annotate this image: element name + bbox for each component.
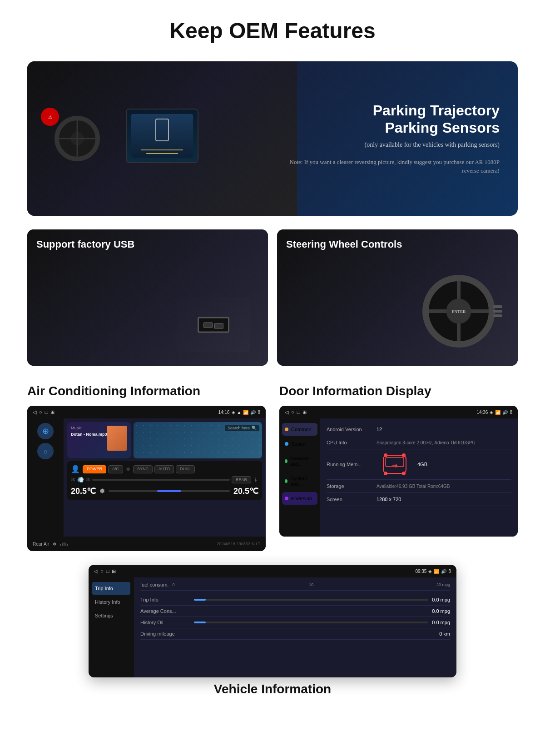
door-main: Android Version 12 CPU Info Snapdragon 8… (320, 418, 518, 537)
door-running-mem: Running Mem... (327, 449, 511, 480)
ac-content: ⊕ ⌂ Music Dotan - Noma.mp3 (27, 418, 266, 537)
door-cpu-info: CPU Info Snapdragon 8-core 2.0GHz, Adren… (327, 436, 511, 449)
door-storage: Storage Available:46.93 GB Total Rom:64G… (327, 480, 511, 493)
svg-rect-0 (383, 455, 406, 473)
ac-power-btn[interactable]: POWER (83, 465, 106, 473)
ac-auto-btn[interactable]: AUTO (154, 465, 174, 473)
vehicle-row-mileage: Driving mileage 0 km (140, 628, 450, 640)
door-menu-reverse[interactable]: Reverse and... (282, 452, 317, 470)
ac-temp-left: 20.5℃ (71, 486, 96, 496)
ac-main: Music Dotan - Noma.mp3 Search here 🔍 (64, 418, 266, 537)
door-android-version: Android Version 12 (327, 423, 511, 436)
ac-screen: ◁ ○ □ ⊞ 14:16 ◈ ▲ 📶 🔊 8 (27, 406, 266, 551)
ac-music-box: Music Dotan - Noma.mp3 (67, 422, 131, 458)
vehicle-screen-container: ◁ ○ □ ⊞ 09:35 ◈ 📶 🔊 8 (89, 565, 456, 677)
door-sidebar: Common Sound Reverse and... System (279, 418, 320, 537)
door-time: 14:36 (476, 410, 488, 415)
door-screen: Screen 1280 x 720 (327, 493, 511, 506)
page-title: Keep OEM Features (27, 18, 518, 43)
page-container: Keep OEM Features (0, 0, 545, 719)
svg-point-3 (402, 472, 406, 475)
ac-id: 20240618-190332-N-LT (217, 542, 260, 546)
vehicle-section-title: Vehicle Information (27, 682, 518, 696)
ac-sidebar: ⊕ ⌂ (27, 418, 64, 537)
usb-label: Support factory USB (36, 239, 134, 250)
door-statusbar: ◁ ○ □ ⊞ 14:36 ◈ 📶 🔊 8 (279, 406, 518, 418)
ac-fan-icon: ❄ (99, 487, 105, 495)
door-menu-system[interactable]: System and... (282, 472, 317, 490)
hero-car-visual: ⚠ (27, 61, 297, 216)
hero-subtitle: (only available for the vehicles with pa… (279, 141, 500, 149)
vehicle-menu-historyinfo[interactable]: History Info (92, 596, 130, 608)
ac-info-block: Air Conditioning Information ◁ ○ □ ⊞ 14:… (27, 384, 266, 551)
usb-feature-card: Support factory USB (27, 229, 268, 366)
hero-section: ⚠ Parking Trajectory Parking Sensors (on… (27, 61, 518, 216)
ac-sync-btn[interactable]: SYNC (133, 465, 153, 473)
ac-temp-right: 20.5℃ (233, 486, 258, 496)
svg-point-5 (402, 453, 406, 457)
ac-title: Air Conditioning Information (27, 384, 266, 398)
steering-feature-card: Steering Wheel Controls ENTER (277, 229, 518, 366)
ac-home-icon[interactable]: ⌂ (37, 443, 54, 459)
vehicle-chart-label: fuel consum. (140, 582, 168, 587)
ac-time: 14:16 (218, 410, 230, 415)
ac-volume: 🔊 (250, 410, 256, 415)
vehicle-row-avgcons: Average Cons... 0.0 mpg (140, 606, 450, 617)
vehicle-screen-wrapper: ◁ ○ □ ⊞ 09:35 ◈ 📶 🔊 8 (27, 565, 518, 677)
door-screen: ◁ ○ □ ⊞ 14:36 ◈ 📶 🔊 8 (279, 406, 518, 537)
svg-rect-1 (386, 458, 404, 467)
ac-controls-area: 👤 POWER A/C ❄ SYNC AUTO DUAL (67, 461, 262, 500)
door-info-block: Door Information Display ◁ ○ □ ⊞ 14:36 ◈… (279, 384, 518, 551)
ac-rear-air-label: Rear Air (33, 542, 49, 547)
hero-note: Note: If you want a clearer reversing pi… (279, 158, 500, 175)
vehicle-sidebar: Trip Info History Info Settings (89, 577, 134, 677)
svg-point-2 (384, 472, 387, 475)
vehicle-menu-tripinfo[interactable]: Trip Info (92, 582, 130, 595)
vehicle-row-historyoil: History Oil 0.0 mpg (140, 617, 450, 628)
hero-heading: Parking Trajectory Parking Sensors (279, 102, 500, 137)
vehicle-time: 09:35 (415, 569, 426, 574)
ac-statusbar: ◁ ○ □ ⊞ 14:16 ◈ ▲ 📶 🔊 8 (27, 406, 266, 418)
ac-album-art (107, 426, 127, 451)
door-content: Common Sound Reverse and... System (279, 418, 518, 537)
vehicle-screen: ◁ ○ □ ⊞ 09:35 ◈ 📶 🔊 8 (89, 565, 456, 677)
door-menu-common[interactable]: Common (282, 423, 317, 436)
steering-label: Steering Wheel Controls (286, 239, 402, 250)
svg-point-4 (384, 453, 387, 457)
vehicle-statusbar: ◁ ○ □ ⊞ 09:35 ◈ 📶 🔊 8 (89, 565, 456, 577)
door-menu-sound[interactable]: Sound (282, 438, 317, 450)
door-title: Door Information Display (279, 384, 518, 398)
door-menu-eversion[interactable]: e Version (282, 492, 317, 505)
vehicle-row-tripinfo: Trip Info 0.0 mpg (140, 594, 450, 606)
vehicle-main: fuel consum. 0 10 20 mpg Trip Info (134, 577, 456, 677)
ac-nav-icon[interactable]: ⊕ (37, 423, 54, 439)
ac-dual-btn[interactable]: DUAL (176, 465, 195, 473)
ac-map-box: Search here 🔍 (134, 422, 262, 458)
ac-rear-btn[interactable]: REAR (232, 476, 251, 483)
ac-person-icon: 👤 (71, 465, 80, 473)
vehicle-menu-settings[interactable]: Settings (92, 609, 130, 622)
ac-bottom-bar: Rear Air ❄ 20240618-190332-N-LT (27, 537, 266, 551)
info-sections: Air Conditioning Information ◁ ○ □ ⊞ 14:… (27, 384, 518, 551)
ac-ac-btn[interactable]: A/C (108, 465, 123, 473)
hero-text: Parking Trajectory Parking Sensors (only… (279, 102, 500, 175)
features-row: Support factory USB Steering Wheel Contr… (27, 229, 518, 366)
car-svg (377, 453, 413, 476)
vehicle-content: Trip Info History Info Settings f (89, 577, 456, 677)
